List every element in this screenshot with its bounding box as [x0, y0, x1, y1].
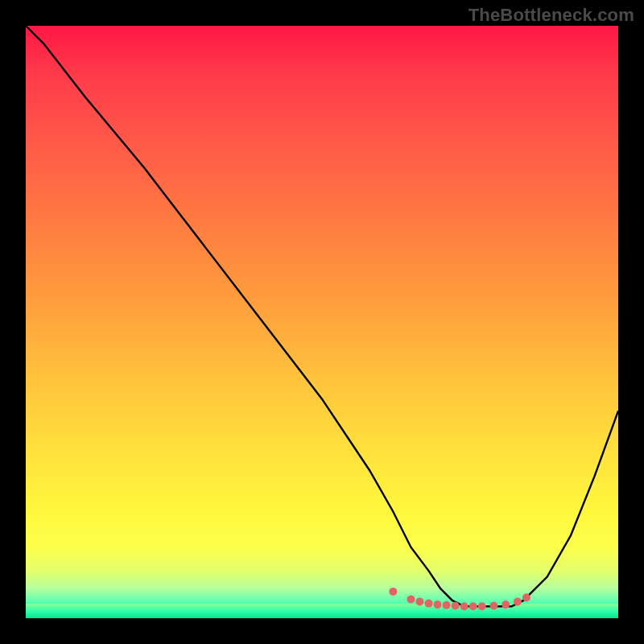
trough-marker: [514, 597, 522, 605]
trough-marker: [443, 601, 451, 609]
trough-marker: [452, 602, 460, 610]
trough-marker: [407, 595, 415, 603]
chart-svg: [26, 26, 618, 618]
watermark-text: TheBottleneck.com: [469, 5, 634, 26]
trough-marker: [425, 600, 433, 608]
trough-marker: [489, 602, 497, 610]
trough-marker: [522, 593, 530, 601]
chart-frame: TheBottleneck.com: [0, 0, 644, 644]
trough-marker: [389, 588, 397, 596]
trough-marker: [434, 601, 442, 609]
trough-marker: [460, 602, 469, 610]
trough-marker: [478, 602, 486, 610]
plot-area: [26, 26, 618, 618]
trough-marker: [502, 601, 510, 609]
trough-marker: [415, 597, 423, 605]
bottleneck-curve: [26, 26, 618, 606]
trough-marker: [469, 602, 477, 610]
